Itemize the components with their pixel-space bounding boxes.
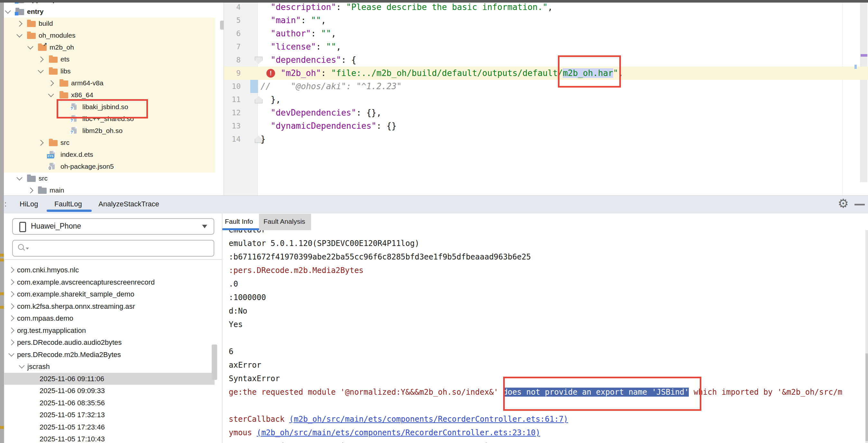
log-text: :1000000 — [229, 293, 266, 302]
chevron-right-icon[interactable] — [8, 291, 14, 297]
fault-record-list[interactable]: com.cnki.hmyos.nlccom.example.avscreenca… — [4, 260, 222, 443]
tree-row-src[interactable]: src — [4, 137, 224, 149]
editor-line-6[interactable]: 6"author": "", — [224, 27, 868, 40]
line-number: 5 — [224, 14, 241, 27]
editor-line-7[interactable]: 7"license": "", — [224, 40, 868, 54]
tree-row-oh-modules[interactable]: oh_modules — [4, 30, 224, 41]
fault-timestamp-item[interactable]: 2025-11-05 17:32:13 — [4, 409, 222, 421]
tree-row-oh-package-json5[interactable]: {}oh-package.json5 — [4, 161, 224, 173]
chevron-down-icon[interactable] — [17, 32, 22, 37]
fault-list-item[interactable]: org.test.myapplication — [4, 325, 222, 336]
fault-list-item[interactable]: jscrash — [4, 361, 222, 373]
tree-item-label: AppScope — [27, 3, 60, 4]
chevron-right-icon[interactable] — [38, 56, 43, 62]
tree-row-entry[interactable]: entry — [4, 6, 224, 18]
code-text: }, — [271, 93, 281, 106]
editor-line-11[interactable]: 11}, — [224, 93, 868, 106]
log-text: emulator 5.0.1.120(SP3DEVC00E120R4P11log… — [229, 239, 419, 248]
tree-row-src[interactable]: src — [4, 173, 224, 184]
editor-line-8[interactable]: 8"dependencies": { — [224, 54, 868, 67]
fold-region-end-icon[interactable] — [255, 96, 262, 104]
tab-analyzestacktrace[interactable]: AnalyzeStackTrace — [98, 200, 159, 208]
active-tab-underline — [46, 210, 92, 212]
tab-hilog[interactable]: HiLog — [20, 200, 38, 208]
fault-timestamp-item[interactable]: 2025-11-06 09:09:33 — [4, 385, 222, 396]
fault-list-item[interactable]: com.cnki.hmyos.nlc — [4, 264, 222, 276]
editor-line-5[interactable]: 5"main": "", — [224, 14, 868, 27]
stripe-mark — [0, 259, 4, 261]
log-text: .0 — [229, 279, 238, 289]
chevron-right-icon[interactable] — [8, 279, 14, 285]
window-top-bar — [0, 0, 868, 3]
tab-fault-analysis[interactable]: Fault Analysis — [259, 214, 311, 230]
chevron-down-icon[interactable] — [5, 8, 11, 13]
log-error-text: which imported by '&m2b_oh/src/m — [689, 388, 842, 396]
folder-icon — [60, 91, 68, 98]
chevron-down-icon[interactable] — [17, 175, 22, 180]
fault-list-item[interactable]: com.example.avscreencapturescreenrecord — [4, 276, 222, 288]
chevron-right-icon[interactable] — [8, 315, 14, 321]
source-file-link[interactable]: (entry/src/main/ets/pages/Internet.ets:4… — [280, 442, 489, 443]
log-text: emulator — [229, 230, 266, 234]
search-input[interactable] — [12, 240, 214, 257]
ets-file-icon: ETS — [49, 151, 58, 158]
tab-faultlog[interactable]: FaultLog — [54, 200, 82, 208]
tree-scrollbar[interactable] — [220, 21, 224, 30]
chevron-right-icon[interactable] — [8, 339, 14, 345]
panel-divider — [224, 3, 224, 196]
error-icon[interactable]: ! — [267, 69, 275, 78]
chevron-right-icon[interactable] — [8, 327, 14, 333]
fault-list-item[interactable]: com.k2fsa.sherpa.onnx.streaming.asr — [4, 300, 222, 312]
log-scrollbar-thumb[interactable] — [865, 354, 868, 441]
editor-line-4[interactable]: 4"description": "Please describe the bas… — [224, 3, 868, 14]
chevron-down-icon[interactable] — [48, 91, 54, 97]
tree-row-index-d-ets[interactable]: ETSindex.d.ets — [4, 149, 224, 161]
tool-window-tab-bar: : HiLogFaultLogAnalyzeStackTrace ⚙ — [4, 196, 868, 213]
chevron-down-icon[interactable] — [19, 362, 25, 368]
tree-row-libm2b-oh-so[interactable]: ?libm2b_oh.so — [4, 125, 224, 137]
chevron-right-icon[interactable] — [17, 21, 22, 26]
gear-icon[interactable]: ⚙ — [838, 197, 849, 211]
chevron-right-icon[interactable] — [8, 267, 14, 273]
editor-line-10[interactable]: 10// "@ohos/aki": "^1.2.23" — [224, 80, 868, 93]
tab-fault-info[interactable]: Fault Info — [222, 214, 259, 230]
fault-list-item[interactable]: com.example.sharekit_sample_demo — [4, 288, 222, 300]
fault-timestamp-item[interactable]: 2025-11-06 08:35:56 — [4, 397, 222, 409]
source-file-link[interactable]: (m2b_oh/src/main/ets/components/Recorder… — [257, 428, 540, 437]
fault-log-content[interactable]: emulatoremulator 5.0.1.120(SP3DEVC00E120… — [222, 230, 868, 443]
fold-region-start-icon[interactable] — [255, 57, 262, 64]
tree-row-appscope[interactable]: AppScope — [4, 3, 224, 6]
editor-line-13[interactable]: 13"dynamicDependencies": {} — [224, 119, 868, 132]
device-selector[interactable]: Huawei_Phone — [12, 218, 214, 235]
list-scrollbar[interactable] — [212, 345, 217, 380]
chevron-right-icon[interactable] — [38, 140, 43, 146]
chevron-right-icon[interactable] — [48, 80, 54, 86]
fault-list-item[interactable]: pers.DRecode.audio.audio2bytes — [4, 336, 222, 348]
tree-row-build[interactable]: build — [4, 18, 224, 30]
fault-timestamp-item[interactable]: 2025-11-05 17:10:43 — [4, 433, 222, 443]
fault-list-item[interactable]: com.mpaas.demo — [4, 312, 222, 324]
tree-row-ets[interactable]: ets — [4, 54, 224, 65]
tree-row-main[interactable]: main — [4, 184, 224, 196]
fault-timestamp-item[interactable]: 2025-11-05 17:23:46 — [4, 421, 222, 433]
chevron-right-icon[interactable] — [27, 187, 33, 193]
minimize-icon[interactable] — [855, 204, 865, 205]
chevron-down-icon[interactable] — [38, 67, 43, 73]
code-text: "dynamicDependencies": {} — [271, 119, 396, 132]
chevron-down-icon[interactable] — [8, 351, 14, 356]
source-file-link[interactable]: (m2b_oh/src/main/ets/components/Recorder… — [289, 415, 568, 424]
fault-list-item-label: org.test.myapplication — [17, 326, 86, 335]
editor-line-12[interactable]: 12"devDependencies": {}, — [224, 106, 868, 119]
editor-line-9[interactable]: 9!"m2b_oh": "file:../m2b_oh/build/defaul… — [224, 67, 868, 80]
tree-row-m2b-oh[interactable]: ↗m2b_oh — [4, 41, 224, 54]
editor-line-14[interactable]: 14} — [224, 132, 868, 146]
fault-list-item[interactable]: pers.DRecode.m2b.Media2Bytes — [4, 349, 222, 361]
chevron-right-icon[interactable] — [8, 303, 14, 309]
tree-row-arm64-v8a[interactable]: arm64-v8a — [4, 77, 224, 89]
fault-timestamp-item[interactable]: 2025-11-06 09:11:06 — [4, 373, 215, 385]
code-editor[interactable]: 4"description": "Please describe the bas… — [224, 3, 868, 196]
chevron-down-icon[interactable] — [27, 43, 33, 49]
log-line: :pers.DRecode.m2b.Media2Bytes — [229, 264, 868, 277]
so-library-file-icon: ? — [71, 127, 80, 134]
tree-row-libs[interactable]: libs — [4, 65, 224, 77]
